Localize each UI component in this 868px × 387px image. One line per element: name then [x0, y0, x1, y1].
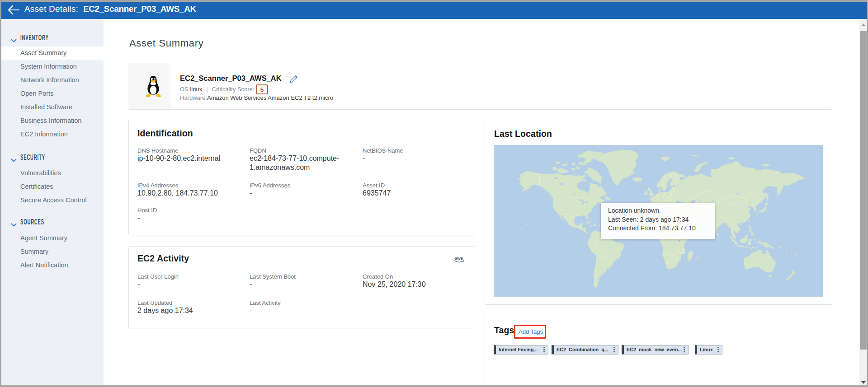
svg-text:aws: aws [455, 256, 463, 261]
